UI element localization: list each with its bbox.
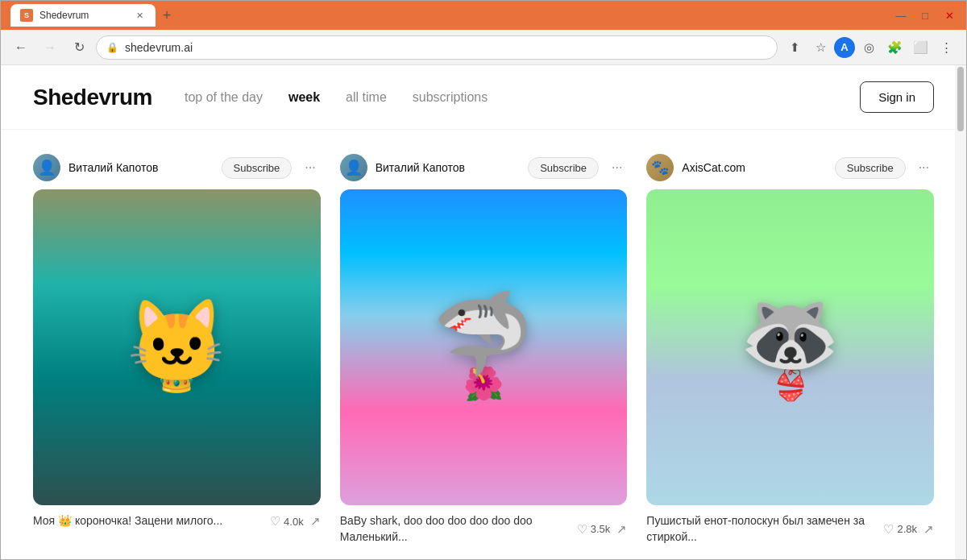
card-1-author: Виталий Капотов [68, 161, 214, 174]
nav-subscriptions[interactable]: subscriptions [413, 90, 488, 105]
site-logo: Shedevrum [33, 85, 152, 110]
card-2-emoji: 🦈 [433, 292, 533, 373]
share-button[interactable]: ⬆ [782, 35, 807, 60]
nav-week[interactable]: week [288, 90, 320, 105]
card-3-header: 🐾 AxisCat.com Subscribe ··· [646, 154, 934, 189]
refresh-button[interactable]: ↻ [67, 35, 91, 60]
profile-button[interactable]: A [834, 37, 855, 58]
card-1-more-button[interactable]: ··· [300, 159, 320, 176]
card-1-emoji: 🐱 [127, 301, 227, 381]
nav-top-of-day[interactable]: top of the day [185, 90, 263, 105]
address-bar[interactable]: 🔒 shedevrum.ai [96, 35, 778, 60]
card-2-title: BaBy shark, doo doo doo doo doo doo Мале… [340, 513, 571, 545]
card-3: 🐾 AxisCat.com Subscribe ··· 🦝 👙 Пушистый… [646, 154, 934, 545]
card-3-more-button[interactable]: ··· [914, 159, 934, 176]
scrollbar-track[interactable] [955, 65, 966, 559]
card-2-more-button[interactable]: ··· [607, 159, 627, 176]
card-1-footer: Моя 👑 короночка! Зацени милого... ♡ 4.0k… [33, 505, 321, 529]
card-1-avatar: 👤 [33, 154, 60, 181]
card-1-share-button[interactable]: ↗ [310, 514, 321, 529]
tab-title: Shedevrum [39, 10, 127, 21]
toolbar-actions: ⬆ ☆ A ◎ 🧩 ⬜ ⋮ [782, 35, 958, 60]
site-nav: top of the day week all time subscriptio… [185, 90, 828, 105]
tab-bar: S Shedevrum ✕ + [7, 4, 884, 27]
card-2: 👤 Виталий Капотов Subscribe ··· 🦈 🌺 BaBy… [340, 154, 628, 545]
card-3-title: Пушистый енот-полоскун был замечен за ст… [646, 513, 877, 545]
forward-button[interactable]: → [38, 35, 62, 60]
scrollbar-thumb[interactable] [957, 67, 964, 131]
close-window-button[interactable]: ✕ [939, 5, 960, 26]
card-3-image-inner: 🦝 👙 [646, 189, 934, 505]
card-1-heart-icon: ♡ [270, 514, 280, 529]
back-button[interactable]: ← [9, 35, 33, 60]
card-2-avatar: 👤 [340, 154, 367, 181]
bookmark-button[interactable]: ☆ [808, 35, 832, 60]
sign-in-button[interactable]: Sign in [860, 81, 934, 113]
card-3-like-count: ♡ 2.8k [883, 522, 917, 537]
browser-window: S Shedevrum ✕ + — □ ✕ ← → ↻ 🔒 shedevrum.… [0, 0, 967, 560]
card-3-author: AxisCat.com [682, 161, 827, 174]
card-3-emoji: 🦝 [740, 292, 840, 373]
card-1-like-count: ♡ 4.0k [270, 514, 304, 529]
card-2-heart-icon: ♡ [577, 522, 587, 537]
maximize-button[interactable]: □ [915, 5, 936, 26]
card-1-header: 👤 Виталий Капотов Subscribe ··· [33, 154, 321, 189]
card-2-share-button[interactable]: ↗ [616, 522, 627, 537]
card-1-subscribe-button[interactable]: Subscribe [222, 157, 293, 179]
new-tab-button[interactable]: + [156, 4, 178, 27]
address-text: shedevrum.ai [125, 41, 767, 54]
extensions-button[interactable]: 🧩 [882, 35, 907, 60]
card-3-avatar: 🐾 [646, 154, 674, 181]
card-1-likes: 4.0k [284, 516, 304, 528]
title-bar: S Shedevrum ✕ + — □ ✕ [1, 1, 966, 30]
page-content: Shedevrum top of the day week all time s… [1, 65, 966, 559]
title-bar-controls: — □ ✕ [890, 5, 960, 26]
window-button[interactable]: ⬜ [908, 35, 932, 60]
browser-toolbar: ← → ↻ 🔒 shedevrum.ai ⬆ ☆ A ◎ 🧩 ⬜ ⋮ [1, 30, 966, 65]
card-2-subscribe-button[interactable]: Subscribe [528, 157, 599, 179]
minimize-button[interactable]: — [890, 5, 911, 26]
card-2-author: Виталий Капотов [376, 161, 521, 174]
card-3-share-button[interactable]: ↗ [923, 522, 934, 537]
card-1: 👤 Виталий Капотов Subscribe ··· 🐱 👑 Моя … [33, 154, 321, 545]
tab-favicon: S [20, 9, 33, 22]
card-1-title: Моя 👑 короночка! Зацени милого... [33, 513, 264, 529]
card-2-image-inner: 🦈 🌺 [340, 189, 628, 505]
lock-icon: 🔒 [106, 42, 118, 53]
card-3-heart-icon: ♡ [883, 522, 894, 537]
nav-all-time[interactable]: all time [346, 90, 387, 105]
card-3-image[interactable]: 🦝 👙 [646, 189, 934, 505]
site-header: Shedevrum top of the day week all time s… [1, 65, 966, 130]
card-3-footer: Пушистый енот-полоскун был замечен за ст… [646, 505, 934, 545]
card-2-header: 👤 Виталий Капотов Subscribe ··· [340, 154, 628, 189]
card-3-subscribe-button[interactable]: Subscribe [835, 157, 906, 179]
card-2-likes: 3.5k [591, 523, 611, 535]
card-2-footer: BaBy shark, doo doo doo doo doo doo Мале… [340, 505, 628, 545]
card-3-likes: 2.8k [897, 523, 917, 535]
card-1-image[interactable]: 🐱 👑 [33, 189, 321, 505]
cards-grid: 👤 Виталий Капотов Subscribe ··· 🐱 👑 Моя … [1, 130, 966, 559]
tab-close-button[interactable]: ✕ [133, 9, 146, 22]
active-tab[interactable]: S Shedevrum ✕ [10, 4, 156, 27]
card-2-like-count: ♡ 3.5k [577, 522, 611, 537]
card-1-image-inner: 🐱 👑 [33, 189, 321, 505]
media-button[interactable]: ◎ [857, 35, 881, 60]
card-2-image[interactable]: 🦈 🌺 [340, 189, 628, 505]
more-options-button[interactable]: ⋮ [934, 35, 958, 60]
